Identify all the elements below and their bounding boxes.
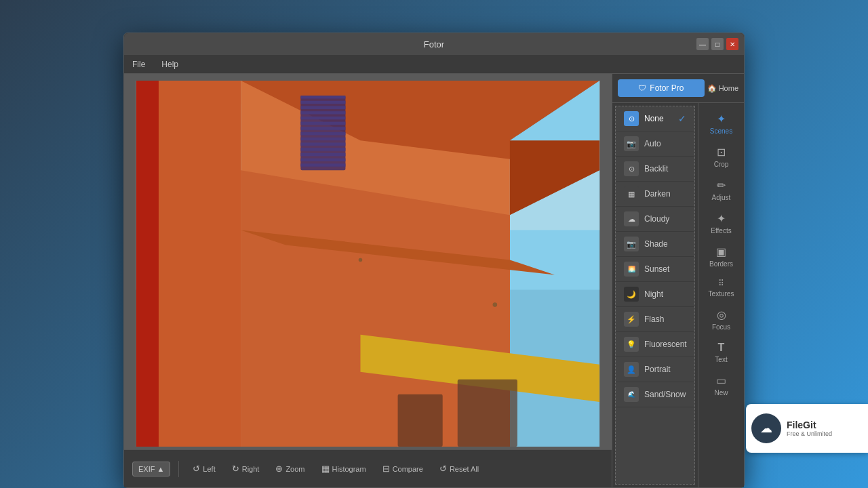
home-button[interactable]: 🏠 Home: [707, 84, 738, 93]
svg-rect-17: [300, 127, 345, 129]
tool-crop[interactable]: ⊡ Crop: [701, 142, 741, 172]
histogram-button[interactable]: ▦ Histogram: [316, 461, 372, 476]
effects-icon: ✦: [717, 212, 726, 225]
new-icon: ▭: [716, 374, 726, 387]
tool-borders[interactable]: ▣ Borders: [701, 241, 741, 272]
borders-icon: ▣: [716, 245, 726, 258]
wb-item-cloudy[interactable]: ☁ Cloudy: [616, 207, 694, 232]
svg-rect-30: [136, 81, 159, 447]
wb-item-night[interactable]: 🌙 Night: [616, 282, 694, 307]
tool-scenes[interactable]: ✦ Scenes: [701, 108, 741, 139]
menu-bar: File Help: [124, 55, 744, 74]
fotor-pro-shield-icon: 🛡: [638, 83, 646, 93]
exif-arrow: ▲: [157, 465, 164, 473]
maximize-button[interactable]: □: [711, 38, 724, 50]
textures-label: Textures: [709, 290, 734, 298]
text-label: Text: [715, 356, 727, 363]
filegit-tagline: Free & Unlimited: [787, 430, 832, 437]
filegit-badge: ☁ FileGit Free & Unlimited: [746, 404, 868, 453]
wb-item-auto[interactable]: 📷 Auto: [616, 131, 694, 157]
svg-rect-19: [300, 138, 345, 140]
building-photo: [131, 81, 605, 447]
focus-label: Focus: [712, 323, 730, 331]
rotate-right-button[interactable]: ↻ Right: [226, 461, 265, 476]
wb-item-none[interactable]: ⊙ None ✓: [616, 106, 694, 131]
wb-sunset-label: Sunset: [644, 264, 669, 274]
svg-rect-27: [398, 394, 443, 447]
bottom-toolbar: EXIF ▲ ↺ Left ↻ Right ⊕ Zoom: [124, 449, 612, 487]
wb-item-darken[interactable]: ▦ Darken: [616, 182, 694, 207]
reset-label: Reset All: [450, 465, 479, 473]
rotate-right-icon: ↻: [232, 464, 239, 474]
reset-all-button[interactable]: ↺ Reset All: [434, 461, 484, 476]
wb-item-fluorescent[interactable]: 💡 Fluorescent: [616, 332, 694, 357]
svg-rect-21: [300, 148, 345, 150]
wb-fluorescent-icon: 💡: [624, 337, 639, 352]
scenes-icon: ✦: [717, 113, 726, 125]
histogram-icon: ▦: [321, 464, 330, 474]
wb-flash-icon: ⚡: [624, 312, 639, 327]
tool-effects[interactable]: ✦ Effects: [701, 208, 741, 239]
tool-text[interactable]: T Text: [701, 338, 741, 367]
svg-rect-24: [300, 163, 345, 166]
zoom-icon: ⊕: [275, 464, 283, 474]
crop-icon: ⊡: [717, 146, 726, 159]
exif-label: EXIF: [138, 465, 155, 473]
adjust-icon: ✏: [717, 179, 726, 192]
right-panel-header: 🛡 Fotor Pro 🏠 Home: [612, 74, 744, 103]
wb-item-portrait[interactable]: 👤 Portrait: [616, 357, 694, 382]
filegit-name: FileGit: [787, 420, 832, 431]
borders-label: Borders: [709, 260, 733, 268]
toolbar-separator-1: [178, 461, 179, 477]
tool-textures[interactable]: ⠿ Textures: [701, 274, 741, 302]
exif-button[interactable]: EXIF ▲: [132, 462, 170, 476]
wb-backlit-label: Backlit: [644, 164, 668, 174]
compare-icon: ⊟: [382, 464, 390, 474]
wb-darken-icon: ▦: [624, 186, 639, 201]
image-area: EXIF ▲ ↺ Left ↻ Right ⊕ Zoom: [124, 74, 612, 487]
svg-rect-11: [300, 96, 345, 98]
svg-rect-12: [300, 101, 345, 104]
white-balance-dropdown[interactable]: ⊙ None ✓ 📷 Auto ⊙ Backlit: [615, 106, 695, 485]
right-panel-body: ⊙ None ✓ 📷 Auto ⊙ Backlit: [612, 103, 744, 487]
menu-help[interactable]: Help: [159, 58, 181, 70]
wb-none-icon: ⊙: [624, 111, 639, 126]
main-content: EXIF ▲ ↺ Left ↻ Right ⊕ Zoom: [124, 74, 744, 487]
fotor-pro-label: Fotor Pro: [650, 83, 684, 93]
wb-fluorescent-label: Fluorescent: [644, 340, 687, 349]
minimize-button[interactable]: —: [696, 38, 709, 50]
menu-file[interactable]: File: [130, 58, 148, 70]
wb-cloudy-icon: ☁: [624, 211, 639, 226]
wb-auto-icon: 📷: [624, 136, 639, 151]
filegit-info: FileGit Free & Unlimited: [787, 420, 832, 438]
tool-focus[interactable]: ◎ Focus: [701, 304, 741, 335]
wb-night-label: Night: [644, 289, 663, 299]
app-window: Fotor — □ ✕ File Help: [123, 33, 745, 488]
svg-point-28: [493, 302, 498, 307]
wb-sand-snow-label: Sand/Snow: [644, 390, 686, 399]
wb-item-shade[interactable]: 📷 Shade: [616, 232, 694, 257]
home-icon: 🏠: [707, 84, 717, 93]
wb-item-sunset[interactable]: 🌅 Sunset: [616, 257, 694, 282]
wb-item-backlit[interactable]: ⊙ Backlit: [616, 157, 694, 182]
svg-rect-18: [300, 132, 345, 135]
svg-rect-16: [300, 122, 345, 125]
wb-cloudy-label: Cloudy: [644, 214, 669, 224]
rotate-left-button[interactable]: ↺ Left: [187, 461, 220, 476]
fotor-pro-button[interactable]: 🛡 Fotor Pro: [618, 79, 705, 97]
close-button[interactable]: ✕: [726, 38, 738, 50]
wb-sand-snow-icon: 🌊: [624, 387, 639, 402]
svg-rect-20: [300, 142, 345, 145]
app-title: Fotor: [424, 39, 444, 49]
rotate-right-label: Right: [242, 465, 260, 473]
zoom-button[interactable]: ⊕ Zoom: [270, 461, 310, 476]
wb-item-sand-snow[interactable]: 🌊 Sand/Snow: [616, 382, 694, 407]
adjust-label: Adjust: [712, 194, 731, 201]
wb-item-flash[interactable]: ⚡ Flash: [616, 307, 694, 332]
tool-adjust[interactable]: ✏ Adjust: [701, 175, 741, 205]
crop-label: Crop: [714, 161, 729, 168]
tool-new[interactable]: ▭ New: [701, 370, 741, 401]
compare-button[interactable]: ⊟ Compare: [377, 461, 429, 476]
reset-icon: ↺: [439, 464, 447, 474]
svg-rect-23: [300, 159, 345, 161]
